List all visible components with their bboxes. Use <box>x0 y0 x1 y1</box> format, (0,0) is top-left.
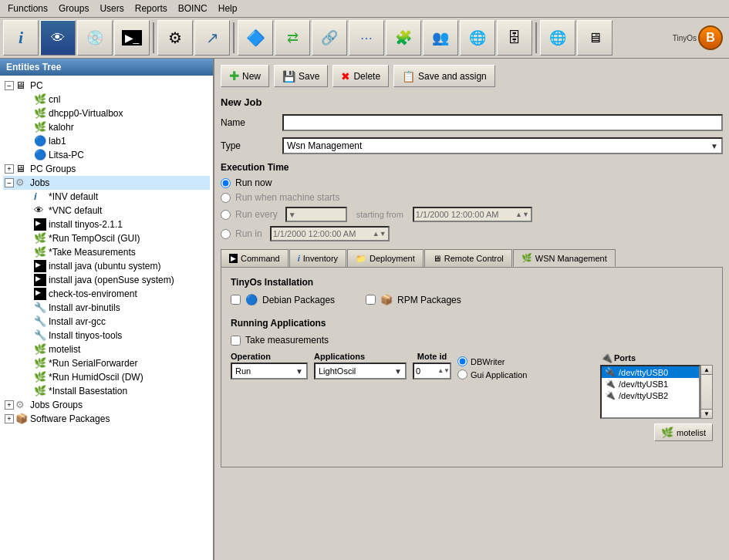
toolbar-globe-btn[interactable]: 🌐 <box>540 20 575 56</box>
tree-node-jobs[interactable]: − ⚙ Jobs <box>3 176 210 190</box>
run-in-input[interactable]: 1/1/2000 12:00:00 AM ▲▼ <box>270 226 390 241</box>
toolbar-terminal-btn[interactable]: ▶_ <box>114 20 150 56</box>
starting-from-input[interactable]: 1/1/2000 12:00:00 AM ▲▼ <box>413 207 532 222</box>
toolbar-disc-btn[interactable]: 💿 <box>77 20 113 56</box>
tree-node-cnl[interactable]: 🌿 cnl <box>3 93 210 106</box>
tab-remote-icon: 🖥 <box>433 254 441 263</box>
tree-node-jobs-groups[interactable]: + ⚙ Jobs Groups <box>3 398 210 412</box>
tab-inventory[interactable]: i Inventory <box>289 249 346 267</box>
tree-node-install-tinyos-tools[interactable]: 🔧 Install tinyos-tools <box>3 329 210 342</box>
delete-button[interactable]: ✖ Delete <box>332 65 389 87</box>
tree-node-install-basestation[interactable]: 🌿 *Install Basestation <box>3 384 210 398</box>
right-panel: ✚ New 💾 Save ✖ Delete 📋 Save and assign … <box>214 59 729 560</box>
menu-users[interactable]: Users <box>95 2 128 15</box>
tree-node-pc[interactable]: − 🖥 PC <box>3 79 210 93</box>
toolbar-sep3 <box>535 22 537 53</box>
tree-node-kalohr[interactable]: 🌿 kalohr <box>3 120 210 134</box>
toolbar-arrows-btn[interactable]: ⇄ <box>275 20 310 56</box>
every-input[interactable]: ▼ <box>285 207 347 222</box>
motelist-button[interactable]: 🌿 motelist <box>654 423 713 441</box>
tree-node-motelist[interactable]: 🌿 motelist <box>3 342 210 356</box>
motelist-btn-container: 🌿 motelist <box>231 423 713 441</box>
save-assign-button[interactable]: 📋 Save and assign <box>393 65 495 87</box>
menu-groups[interactable]: Groups <box>54 2 93 15</box>
toolbar-eye-btn[interactable]: 👁 <box>40 20 76 56</box>
applications-value: LightOscil <box>319 366 356 376</box>
tree-node-check-tos[interactable]: ▶ check-tos-enviroment <box>3 287 210 301</box>
applications-select[interactable]: LightOscil ▼ <box>314 363 407 380</box>
scrollbar-down[interactable]: ▼ <box>701 409 712 418</box>
toolbar-users-btn[interactable]: 👥 <box>423 20 458 56</box>
toolbar-connect-btn[interactable]: ⋯ <box>349 20 384 56</box>
menu-boinc[interactable]: BOINC <box>174 2 212 15</box>
dbwriter-radio[interactable] <box>457 356 467 366</box>
tree-node-take-measurements[interactable]: 🌿 *Take Measurements <box>3 245 210 259</box>
tree-node-dhcpp0[interactable]: 🌿 dhcpp0-Virtualbox <box>3 106 210 120</box>
run-now-radio[interactable] <box>221 178 231 188</box>
toolbar-info-btn[interactable]: i <box>3 20 39 56</box>
toolbar: i 👁 💿 ▶_ ⚙ ↗ 🔷 ⇄ 🔗 ⋯ 🧩 👥 🌐 🗄 🌐 � <box>0 18 729 59</box>
tree-node-run-temposcil[interactable]: 🌿 *Run TempOscil (GUI) <box>3 231 210 245</box>
debian-packages-checkbox[interactable] <box>231 295 241 305</box>
type-select[interactable]: Wsn Management ▼ <box>282 137 723 154</box>
eye-icon: 👁 <box>51 30 65 46</box>
toolbar-network-btn[interactable]: 🔗 <box>312 20 347 56</box>
tree-label-check-tos: check-tos-enviroment <box>49 288 137 299</box>
run-every-radio[interactable] <box>221 210 231 220</box>
operation-select[interactable]: Run ▼ <box>231 363 308 380</box>
toolbar-puzzle-btn[interactable]: 🧩 <box>386 20 421 56</box>
take-measurements-checkbox[interactable] <box>231 336 241 346</box>
name-input[interactable] <box>282 114 723 131</box>
tree-node-vnc-default[interactable]: 👁 *VNC default <box>3 204 210 218</box>
tree-node-install-avr-binutils[interactable]: 🔧 Install avr-binutils <box>3 301 210 315</box>
tree-node-software-packages[interactable]: + 📦 Software Packages <box>3 412 210 426</box>
package-options: 🔵 Debian Packages 📦 RPM Packages <box>231 294 713 309</box>
expand-pc[interactable]: − <box>5 81 14 90</box>
ports-scrollbar[interactable]: ▲ ▼ <box>700 365 713 419</box>
tab-remote-control[interactable]: 🖥 Remote Control <box>424 249 512 267</box>
port-item-0[interactable]: 🔌 /dev/ttyUSB0 <box>602 366 699 378</box>
tree-node-run-humidoscil[interactable]: 🌿 *Run HumidOscil (DW) <box>3 370 210 384</box>
tree-node-pcgroups[interactable]: + 🖥 PC Groups <box>3 162 210 176</box>
toolbar-gear-btn[interactable]: ⚙ <box>157 20 193 56</box>
tree-node-run-serialforwarder[interactable]: 🌿 *Run SerialForwarder <box>3 356 210 370</box>
port-item-2[interactable]: 🔌 /dev/ttyUSB2 <box>602 390 699 401</box>
tree-node-install-tinyos[interactable]: ▶ install tinyos-2.1.1 <box>3 218 210 231</box>
port-item-1[interactable]: 🔌 /dev/ttyUSB1 <box>602 378 699 390</box>
tree-node-install-java-ubuntu[interactable]: ▶ install java (ubuntu system) <box>3 259 210 273</box>
gui-radio-row: Gui Application <box>457 369 527 380</box>
tree-node-install-java-opensuse[interactable]: ▶ install java (openSuse system) <box>3 273 210 287</box>
cube-icon: 🔷 <box>246 29 265 47</box>
menu-reports[interactable]: Reports <box>130 2 172 15</box>
ports-list[interactable]: 🔌 /dev/ttyUSB0 🔌 /dev/ttyUSB1 🔌 /dev/tt <box>600 365 700 419</box>
boinc-btn[interactable]: B <box>698 25 723 50</box>
install-java-ubuntu-icon: ▶ <box>34 260 46 272</box>
save-button[interactable]: 💾 Save <box>274 65 328 87</box>
toolbar-chart-btn[interactable]: 🌐 <box>460 20 495 56</box>
moteid-spinbox[interactable]: 0 ▲▼ <box>413 363 451 380</box>
menu-help[interactable]: Help <box>214 2 242 15</box>
run-in-value: 1/1/2000 12:00:00 AM <box>273 229 373 238</box>
toolbar-server-btn[interactable]: 🗄 <box>497 20 532 56</box>
tab-wsn-management[interactable]: 🌿 WSN Management <box>513 249 616 267</box>
expand-jobs[interactable]: − <box>5 178 14 187</box>
run-when-starts-radio[interactable] <box>221 193 231 203</box>
tree-node-install-avr-gcc[interactable]: 🔧 Install avr-gcc <box>3 315 210 329</box>
tree-node-lab1[interactable]: 🔵 lab1 <box>3 134 210 148</box>
entities-tree-header: Entities Tree <box>0 59 213 76</box>
new-button[interactable]: ✚ New <box>221 65 269 87</box>
gui-radio[interactable] <box>457 369 467 380</box>
tree-node-litsa[interactable]: 🔵 Litsa-PC <box>3 148 210 162</box>
toolbar-cube-btn[interactable]: 🔷 <box>238 20 273 56</box>
new-icon: ✚ <box>229 69 239 83</box>
menu-functions[interactable]: Functions <box>3 2 52 15</box>
toolbar-monitor-btn[interactable]: 🖥 <box>577 20 613 56</box>
rpm-packages-checkbox[interactable] <box>366 295 376 305</box>
tab-deployment[interactable]: 📁 Deployment <box>347 249 424 267</box>
run-in-radio[interactable] <box>221 229 231 239</box>
tree-node-inv-default[interactable]: i *INV default <box>3 190 210 204</box>
form-title: New Job <box>221 96 723 108</box>
tab-command[interactable]: ▶ Command <box>221 249 289 267</box>
scrollbar-up[interactable]: ▲ <box>701 366 712 375</box>
toolbar-arrow-btn[interactable]: ↗ <box>194 20 230 56</box>
